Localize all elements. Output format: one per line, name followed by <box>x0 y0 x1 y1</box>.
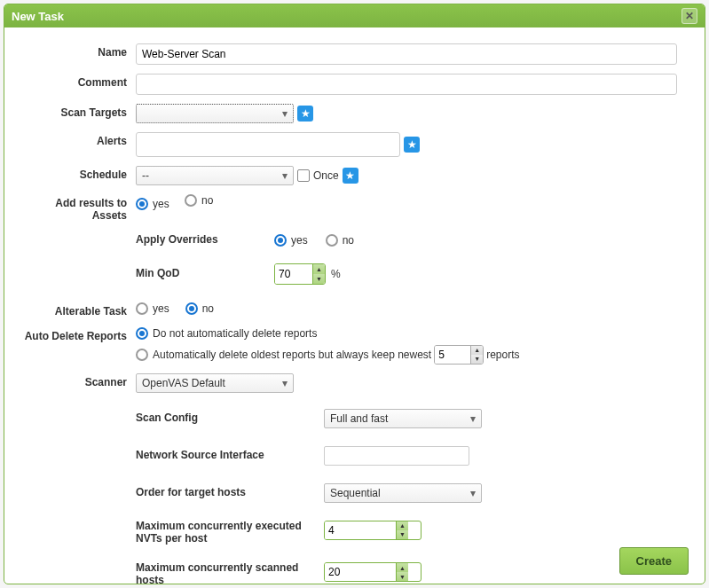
radio-icon <box>136 349 148 361</box>
chevron-down-icon: ▾ <box>467 412 479 425</box>
add-results-label: Add results to Assets <box>20 194 136 223</box>
chevron-down-icon: ▾ <box>279 169 291 182</box>
chevron-down-icon: ▾ <box>279 107 291 120</box>
spinner-up-icon[interactable]: ▲ <box>397 563 408 572</box>
radio-icon <box>136 198 148 210</box>
max-hosts-label: Maximum concurrently scanned hosts <box>136 562 319 584</box>
scanner-select[interactable]: OpenVAS Default ▾ <box>136 373 294 393</box>
max-nvts-spinner[interactable]: ▲ ▼ <box>324 521 421 540</box>
comment-input[interactable] <box>136 74 677 95</box>
max-hosts-input[interactable] <box>325 563 396 581</box>
net-src-input[interactable] <box>324 446 469 466</box>
dialog-content: Name Comment Scan Targets ▾ ★ Alerts <box>4 27 705 584</box>
create-button[interactable]: Create <box>619 547 689 575</box>
scanner-label: Scanner <box>20 373 136 389</box>
auto-delete-label: Auto Delete Reports <box>20 327 136 343</box>
schedule-select[interactable]: -- ▾ <box>136 166 294 185</box>
close-button[interactable]: ✕ <box>681 8 697 24</box>
scan-targets-select[interactable]: ▾ <box>136 104 294 123</box>
dialog-footer: Create <box>619 547 689 575</box>
spinner-down-icon[interactable]: ▼ <box>397 530 408 539</box>
radio-icon <box>136 302 148 315</box>
max-hosts-spinner[interactable]: ▲ ▼ <box>324 562 421 582</box>
comment-label: Comment <box>20 74 136 90</box>
spinner-down-icon[interactable]: ▼ <box>397 572 408 581</box>
min-qod-label: Min QoD <box>136 268 269 280</box>
titlebar: New Task ✕ <box>4 4 705 27</box>
spinner-down-icon[interactable]: ▼ <box>471 355 483 364</box>
auto-delete-no[interactable]: Do not automatically delete reports <box>136 327 317 340</box>
spinner-up-icon[interactable]: ▲ <box>471 346 483 355</box>
new-schedule-button[interactable]: ★ <box>343 168 358 184</box>
keep-newest-spinner[interactable]: ▲ ▼ <box>434 345 484 365</box>
alerts-input[interactable] <box>136 132 400 157</box>
alterable-no[interactable]: no <box>185 302 214 315</box>
radio-icon <box>274 234 287 247</box>
once-label: Once <box>313 169 339 182</box>
radio-icon <box>185 194 197 207</box>
order-hosts-label: Order for target hosts <box>136 487 319 499</box>
apply-overrides-yes[interactable]: yes <box>274 234 308 247</box>
apply-overrides-no[interactable]: no <box>326 234 354 247</box>
auto-delete-keep[interactable]: Automatically delete oldest reports but … <box>136 345 520 365</box>
percent-label: % <box>331 268 341 280</box>
new-task-dialog: New Task ✕ Name Comment Scan Targets ▾ ★ <box>4 4 705 584</box>
radio-icon <box>136 327 148 340</box>
max-nvts-label: Maximum concurrently executed NVTs per h… <box>136 521 319 545</box>
scanner-value: OpenVAS Default <box>142 377 225 389</box>
min-qod-input[interactable] <box>275 264 312 284</box>
name-label: Name <box>20 43 136 59</box>
chevron-down-icon: ▾ <box>279 377 291 389</box>
max-nvts-input[interactable] <box>325 521 396 539</box>
add-results-no[interactable]: no <box>185 194 213 207</box>
alterable-label: Alterable Task <box>20 302 136 318</box>
apply-overrides-label: Apply Overrides <box>136 234 269 247</box>
spinner-down-icon[interactable]: ▼ <box>313 274 325 284</box>
order-hosts-value: Sequential <box>330 487 381 499</box>
new-alert-button[interactable]: ★ <box>404 137 420 153</box>
add-results-yes[interactable]: yes <box>136 198 169 210</box>
alerts-label: Alerts <box>20 132 136 148</box>
scan-config-label: Scan Config <box>136 412 319 425</box>
order-hosts-select[interactable]: Sequential ▾ <box>324 483 482 503</box>
spinner-up-icon[interactable]: ▲ <box>313 264 325 274</box>
scan-config-value: Full and fast <box>330 412 388 425</box>
once-checkbox[interactable] <box>297 169 310 182</box>
radio-icon <box>185 302 198 315</box>
scan-config-select[interactable]: Full and fast ▾ <box>324 409 482 428</box>
radio-icon <box>326 234 338 247</box>
scan-targets-label: Scan Targets <box>20 104 136 120</box>
keep-newest-input[interactable] <box>435 346 470 364</box>
spinner-up-icon[interactable]: ▲ <box>397 521 408 530</box>
chevron-down-icon: ▾ <box>467 487 479 499</box>
schedule-label: Schedule <box>20 166 136 182</box>
net-src-label: Network Source Interface <box>136 450 319 462</box>
name-input[interactable] <box>136 43 677 65</box>
alterable-yes[interactable]: yes <box>136 302 169 315</box>
dialog-title: New Task <box>12 10 64 23</box>
schedule-value: -- <box>142 169 149 182</box>
min-qod-spinner[interactable]: ▲ ▼ <box>274 263 326 285</box>
new-target-button[interactable]: ★ <box>297 106 313 122</box>
